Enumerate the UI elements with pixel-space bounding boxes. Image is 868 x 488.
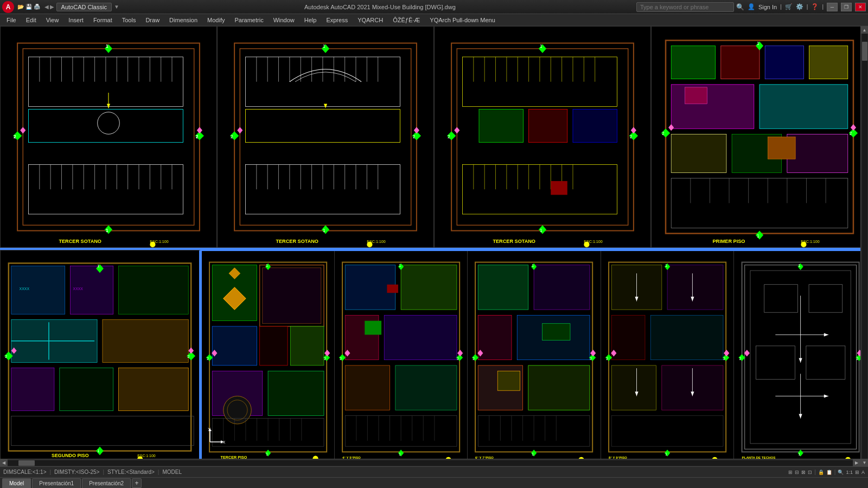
cart-icon[interactable]: 🛒 xyxy=(785,3,793,10)
scroll-left-button[interactable]: ◀ xyxy=(0,459,8,467)
viewport-3[interactable]: 1 2 2 1 TERCER SOTANO ESC:1:100 xyxy=(434,26,651,248)
svg-text:1: 1 xyxy=(540,44,542,49)
settings-icon[interactable]: ⚙️ xyxy=(796,3,803,10)
ortho-icon[interactable]: ⊠ xyxy=(801,470,806,475)
svg-text:1: 1 xyxy=(665,452,667,457)
help-icon[interactable]: ❓ xyxy=(811,3,819,10)
svg-rect-143 xyxy=(760,85,848,129)
user-icon: 👤 xyxy=(748,3,755,10)
layer-icon[interactable]: 📋 xyxy=(826,470,832,475)
scroll-right-button[interactable]: ▶ xyxy=(853,459,860,467)
tab-model[interactable]: Model xyxy=(2,478,31,488)
close-button[interactable]: ✕ xyxy=(855,3,866,11)
sub-viewport-4[interactable]: 1 2 2 1 8° Y 9°PISO PLANTA TIPICA xyxy=(601,251,734,463)
svg-rect-178 xyxy=(11,368,54,410)
menu-yqarch-pulldown[interactable]: YQArch Pull-down Menu xyxy=(425,16,499,24)
viewport-2[interactable]: 1 2 2 1 TERCER SOTANO ESC:1:100 xyxy=(217,26,434,248)
svg-text:2: 2 xyxy=(850,131,852,136)
sub-viewports-container: 1 2 2 1 TERCER PISO xyxy=(202,251,867,463)
svg-text:1: 1 xyxy=(97,264,100,268)
svg-text:2: 2 xyxy=(662,131,665,136)
viewport-5[interactable]: XXXX XXXX 1 2 2 1 SEGUNDO PISO ESC:1:100 xyxy=(0,250,201,464)
grid-icon[interactable]: ⊞ xyxy=(788,470,793,475)
floorplan-svg-3: 1 2 2 1 TERCER SOTANO ESC:1:100 xyxy=(435,27,650,247)
svg-text:2: 2 xyxy=(207,356,209,361)
restore-button[interactable]: ❐ xyxy=(841,3,852,11)
svg-rect-245 xyxy=(384,315,457,359)
svg-text:1: 1 xyxy=(399,263,401,268)
menu-yqarch[interactable]: YQARCH xyxy=(353,16,387,24)
status-sep-3: | xyxy=(158,469,159,475)
svg-text:2: 2 xyxy=(231,134,233,139)
menu-edit[interactable]: Edit xyxy=(22,16,41,24)
menu-window[interactable]: Window xyxy=(269,16,299,24)
style-status: STYLE:<Standard> xyxy=(107,469,155,475)
scroll-up-button[interactable]: ▲ xyxy=(861,26,869,34)
menu-file[interactable]: File xyxy=(2,16,21,24)
polar-icon[interactable]: ⊡ xyxy=(808,470,812,475)
menu-special[interactable]: ÔŽÊƒÊ·Æ xyxy=(388,16,424,24)
sep2: | xyxy=(834,469,836,475)
zoom-icon[interactable]: 🔍 xyxy=(838,470,844,475)
menu-format[interactable]: Format xyxy=(89,16,117,24)
floorplan-svg-1: 1 2 2 1 TERCER SOTANO ESC:1:100 xyxy=(1,27,216,247)
menu-parametric[interactable]: Parametric xyxy=(230,16,267,24)
title-right-controls: 👤 Sign In | 🛒 ⚙️ | ❓ | ─ ❐ ✕ xyxy=(748,3,866,11)
svg-rect-257 xyxy=(365,321,381,335)
search-icon[interactable]: 🔍 xyxy=(736,3,744,11)
menu-help[interactable]: Help xyxy=(300,16,321,24)
floorplan-svg-5: XXXX XXXX 1 2 2 1 SEGUNDO PISO ESC:1:100 xyxy=(1,251,199,464)
svg-text:2: 2 xyxy=(630,134,633,139)
menu-dimension[interactable]: Dimension xyxy=(165,16,202,24)
svg-rect-156 xyxy=(685,87,707,104)
lock-icon[interactable]: 🔒 xyxy=(818,470,824,475)
workspace-selector[interactable]: AutoCAD Classic xyxy=(56,3,112,11)
tab-presentacion2[interactable]: Presentación2 xyxy=(82,478,131,488)
svg-point-91 xyxy=(367,242,372,247)
menu-modify[interactable]: Modify xyxy=(203,16,229,24)
tab-add-button[interactable]: + xyxy=(132,478,142,488)
anno-icon[interactable]: A xyxy=(861,470,865,475)
svg-text:2: 2 xyxy=(590,356,592,361)
viewport-right-active[interactable]: X Y + xyxy=(201,250,868,464)
search-input[interactable] xyxy=(636,2,734,12)
tab-presentacion1[interactable]: Presentación1 xyxy=(32,478,81,488)
divider2: | xyxy=(807,4,808,10)
sub-viewport-2[interactable]: 1 2 2 1 4° Y 5°PISO PLANTA TIPICA xyxy=(335,251,468,463)
menu-express[interactable]: Express xyxy=(322,16,352,24)
sub-floorplan-svg-2: 1 2 2 1 4° Y 5°PISO PLANTA TIPICA xyxy=(335,251,467,463)
scrollbar-thumb-h[interactable] xyxy=(18,460,35,466)
menu-view[interactable]: View xyxy=(42,16,63,24)
divider3: | xyxy=(822,4,824,10)
menu-draw[interactable]: Draw xyxy=(141,16,164,24)
viewport-1[interactable]: 1 2 2 1 TERCER SOTANO ESC:1:100 xyxy=(0,26,217,248)
viewport-4[interactable]: 1 2 2 1 PRIMER PISO ESC:1:100 xyxy=(651,26,868,248)
snap-icon[interactable]: ⊟ xyxy=(795,470,799,475)
svg-rect-306 xyxy=(667,265,723,310)
scrollbar-thumb-v[interactable] xyxy=(862,42,867,61)
minimize-button[interactable]: ─ xyxy=(827,3,838,11)
vertical-scrollbar[interactable]: ▲ ▼ xyxy=(860,26,868,466)
svg-point-47 xyxy=(150,242,155,247)
scrollbar-track-h xyxy=(8,460,853,466)
svg-text:2: 2 xyxy=(5,354,7,359)
svg-rect-157 xyxy=(768,137,795,159)
model-status: MODEL xyxy=(162,469,182,475)
menu-insert[interactable]: Insert xyxy=(64,16,88,24)
menu-tools[interactable]: Tools xyxy=(118,16,141,24)
svg-rect-180 xyxy=(119,368,189,410)
svg-rect-108 xyxy=(479,110,523,143)
svg-rect-177 xyxy=(103,319,188,362)
sub-viewport-3[interactable]: 1 2 2 1 6° Y 7°PISO PLANTA TIPICA xyxy=(468,251,601,463)
nav-back[interactable]: ◀ xyxy=(44,4,49,10)
sub-viewport-1[interactable]: 1 2 2 1 TERCER PISO xyxy=(202,251,335,463)
bottom-viewports-row: XXXX XXXX 1 2 2 1 SEGUNDO PISO ESC:1:100 xyxy=(0,249,868,464)
sign-in-link[interactable]: Sign In xyxy=(758,4,777,10)
workspace-dropdown-icon[interactable]: ▼ xyxy=(114,4,119,10)
sub-viewport-5[interactable]: 1 2 2 1 PLANTA DE TECHOS xyxy=(734,251,867,463)
nav-forward[interactable]: ▶ xyxy=(50,4,54,10)
svg-text:2: 2 xyxy=(723,356,725,361)
scroll-down-button[interactable]: ▼ xyxy=(861,459,869,466)
horizontal-scrollbar[interactable]: ◀ ▶ xyxy=(0,459,860,466)
fit-icon[interactable]: ⊞ xyxy=(855,470,859,475)
